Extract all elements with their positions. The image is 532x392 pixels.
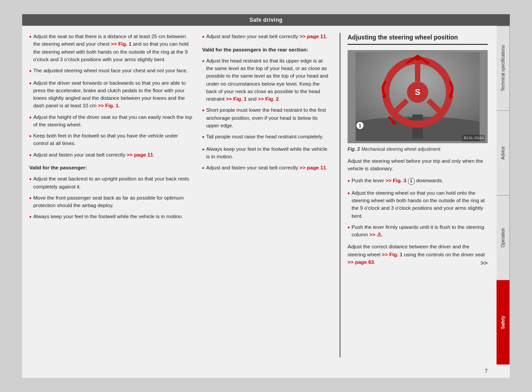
bullet-text: Adjust the driver seat forwards or backw…: [33, 79, 193, 110]
list-item: • Adjust the height of the driver seat s…: [29, 114, 193, 129]
tab-safety[interactable]: Safety: [497, 280, 510, 365]
fig-label: Fig. 3: [348, 146, 360, 153]
list-item: • Adjust the head restraint so that its …: [202, 57, 331, 103]
steering-wheel-illustration: S: [348, 50, 488, 143]
warning-symbol: ⚠: [377, 232, 382, 237]
rear-section-title: Valid for the passengers in the rear sec…: [202, 46, 331, 54]
bullet-icon: •: [29, 151, 31, 160]
side-tabs: Technical specifications Advice Operatio…: [497, 26, 510, 365]
list-item: • Adjust the steering wheel so that you …: [348, 189, 488, 220]
bullet-text: Move the front passenger seat back as fa…: [33, 194, 193, 210]
bullet-text: Adjust the height of the driver seat so …: [33, 114, 193, 129]
passenger-section-title: Valid for the passenger:: [29, 164, 193, 172]
list-item: • Move the front passenger seat back as …: [29, 194, 193, 210]
list-item: • Always keep your feet in the footwell …: [202, 145, 331, 161]
bullet-icon: •: [29, 33, 31, 42]
list-item: • The adjusted steering wheel must face …: [29, 67, 193, 76]
tab-label: Operation: [501, 228, 505, 247]
list-item: • Keep both feet in the footwell so that…: [29, 132, 193, 148]
bullet-icon: •: [29, 175, 31, 184]
bullet-icon: •: [29, 194, 31, 203]
list-item: • Adjust and fasten your seat belt corre…: [202, 33, 331, 42]
list-item: • Adjust the seat backrest to an upright…: [29, 175, 193, 191]
right-column: Adjusting the steering wheel position: [340, 33, 488, 357]
tab-operation[interactable]: Operation: [497, 195, 510, 280]
bullet-text: Adjust the head restraint so that its up…: [206, 57, 331, 103]
bullet-text: The adjusted steering wheel must face yo…: [33, 67, 193, 74]
steering-wheel-svg: S: [356, 52, 480, 141]
bullet-text: Push the lever firmly upwards until it i…: [352, 223, 488, 239]
warning-link[interactable]: >>: [369, 232, 375, 237]
list-item: • Adjust and fasten your seat belt corre…: [29, 151, 193, 160]
fig1-link[interactable]: >> Fig. 1: [111, 41, 132, 47]
image-code: B1SL-0164: [462, 135, 485, 142]
page-container: Safe driving • Adjust the seat so that t…: [22, 14, 510, 378]
main-content: • Adjust the seat so that there is a dis…: [22, 26, 495, 365]
bullet-text: Adjust the steering wheel so that you ca…: [352, 189, 488, 220]
list-item: • Always keep your feet in the footwell …: [29, 213, 193, 222]
list-item: • Push the lever firmly upwards until it…: [348, 223, 488, 239]
header-title: Safe driving: [250, 17, 283, 23]
list-item: • Push the lever >> Fig. 3 1 downwards.: [348, 177, 488, 186]
right-section-heading: Adjusting the steering wheel position: [348, 33, 488, 45]
bullet-icon: •: [29, 132, 31, 141]
bullet-text: Always keep your feet in the footwell wh…: [206, 145, 331, 161]
bullet-icon: •: [202, 57, 204, 66]
bullet-icon: •: [202, 145, 204, 154]
intro-text: Adjust the steering wheel before your tr…: [348, 157, 488, 173]
bullet-text: Always keep your feet in the footwell wh…: [33, 213, 193, 220]
bullet-text: Push the lever >> Fig. 3 1 downwards.: [352, 177, 488, 185]
bullet-icon: •: [29, 67, 31, 76]
page11-link3[interactable]: >> page 11: [300, 165, 326, 170]
bullet-icon: •: [202, 164, 204, 173]
bullet-icon: •: [348, 177, 350, 186]
fig-caption-text: Mechanical steering wheel adjustment: [361, 146, 440, 153]
tab-label: Technical specifications: [501, 45, 505, 92]
list-item: • Adjust and fasten your seat belt corre…: [202, 164, 331, 173]
fig1-link2[interactable]: >> Fig. 1: [98, 103, 119, 108]
bullet-text: Adjust the seat so that there is a dista…: [33, 33, 193, 63]
bullet-text: Short people must lower the head restrai…: [206, 106, 331, 129]
bullet-icon: •: [29, 213, 31, 222]
bullet-icon: •: [202, 133, 204, 142]
page63-link[interactable]: >> page 63: [348, 259, 374, 265]
tab-technical-specifications[interactable]: Technical specifications: [497, 26, 510, 110]
bullet-text: Adjust and fasten your seat belt correct…: [33, 151, 193, 159]
figure-caption: Fig. 3 Mechanical steering wheel adjustm…: [348, 146, 488, 153]
fig2-link[interactable]: >> Fig. 2: [258, 96, 279, 102]
bullet-icon: •: [29, 79, 31, 88]
bullet-icon: •: [202, 106, 204, 115]
bullet-text: Tall people must raise the head restrain…: [206, 133, 331, 141]
bullet-text: Adjust the seat backrest to an upright p…: [33, 175, 193, 191]
header-bar: Safe driving: [22, 14, 510, 26]
bullet-text: Adjust and fasten your seat belt correct…: [206, 33, 331, 40]
page-number: 7: [22, 365, 510, 378]
closing-text: Adjust the correct distance between the …: [348, 243, 488, 266]
page11-link[interactable]: >> page 11: [127, 152, 153, 157]
tab-label: Advice: [501, 146, 505, 160]
bullet-icon: •: [348, 223, 350, 232]
list-item: • Tall people must raise the head restra…: [202, 133, 331, 142]
svg-text:S: S: [415, 88, 420, 97]
fig1-link3[interactable]: >> Fig. 1: [226, 96, 247, 102]
middle-column: • Adjust and fasten your seat belt corre…: [202, 33, 340, 357]
end-arrow: >>: [481, 259, 488, 268]
bullet-icon: •: [29, 114, 31, 122]
bullet-text: Keep both feet in the footwell so that y…: [33, 132, 193, 148]
badge-1: 1: [356, 121, 364, 130]
list-item: • Short people must lower the head restr…: [202, 106, 331, 129]
list-item: • Adjust the driver seat forwards or bac…: [29, 79, 193, 110]
tab-label: Safety: [501, 316, 505, 329]
page11-link2[interactable]: >> page 11: [300, 34, 326, 39]
bullet-icon: •: [202, 33, 204, 42]
fig3-link[interactable]: >> Fig. 3: [386, 178, 407, 183]
list-item: • Adjust the seat so that there is a dis…: [29, 33, 193, 63]
left-column: • Adjust the seat so that there is a dis…: [29, 33, 202, 357]
bullet-text: Adjust and fasten your seat belt correct…: [206, 164, 331, 172]
bullet-icon: •: [348, 189, 350, 198]
fig1-link-right[interactable]: >> Fig. 1: [382, 252, 403, 257]
tab-advice[interactable]: Advice: [497, 110, 510, 195]
